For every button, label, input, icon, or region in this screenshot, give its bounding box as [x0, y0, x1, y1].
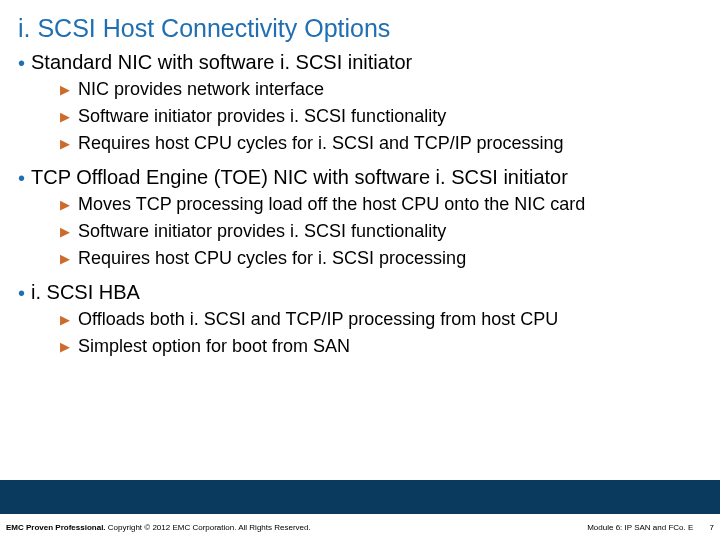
bullet-dot-icon: • — [18, 166, 25, 190]
footer-rest: Copyright © 2012 EMC Corporation. All Ri… — [106, 523, 311, 532]
arrow-icon: ▶ — [60, 78, 70, 102]
arrow-icon: ▶ — [60, 247, 70, 271]
sub-item: ▶ Software initiator provides i. SCSI fu… — [60, 219, 702, 244]
footer-copyright: EMC Proven Professional. Copyright © 201… — [6, 523, 311, 532]
page-number: 7 — [710, 523, 714, 532]
bullet-dot-icon: • — [18, 281, 25, 305]
sub-item: ▶ Software initiator provides i. SCSI fu… — [60, 104, 702, 129]
sub-item: ▶ Requires host CPU cycles for i. SCSI a… — [60, 131, 702, 156]
bullet-text: Standard NIC with software i. SCSI initi… — [31, 49, 412, 75]
arrow-icon: ▶ — [60, 105, 70, 129]
footer-band — [0, 480, 720, 514]
bullet-item: • TCP Offload Engine (TOE) NIC with soft… — [18, 164, 702, 190]
sub-text: Software initiator provides i. SCSI func… — [78, 219, 446, 243]
sub-item: ▶ Requires host CPU cycles for i. SCSI p… — [60, 246, 702, 271]
arrow-icon: ▶ — [60, 308, 70, 332]
sub-text: Software initiator provides i. SCSI func… — [78, 104, 446, 128]
sub-text: Requires host CPU cycles for i. SCSI pro… — [78, 246, 466, 270]
bullet-text: i. SCSI HBA — [31, 279, 140, 305]
sub-text: Requires host CPU cycles for i. SCSI and… — [78, 131, 564, 155]
arrow-icon: ▶ — [60, 335, 70, 359]
slide-title: i. SCSI Host Connectivity Options — [0, 0, 720, 49]
slide-content: • Standard NIC with software i. SCSI ini… — [0, 49, 720, 540]
sub-list: ▶ NIC provides network interface ▶ Softw… — [60, 77, 702, 156]
sub-list: ▶ Moves TCP processing load off the host… — [60, 192, 702, 271]
sub-item: ▶ Moves TCP processing load off the host… — [60, 192, 702, 217]
sub-text: Simplest option for boot from SAN — [78, 334, 350, 358]
bullet-text: TCP Offload Engine (TOE) NIC with softwa… — [31, 164, 568, 190]
bullet-dot-icon: • — [18, 51, 25, 75]
sub-list: ▶ Offloads both i. SCSI and TCP/IP proce… — [60, 307, 702, 359]
sub-item: ▶ Simplest option for boot from SAN — [60, 334, 702, 359]
footer-right: Module 6: IP SAN and FCo. E 7 — [587, 523, 714, 532]
footer-brand: EMC Proven Professional. — [6, 523, 106, 532]
arrow-icon: ▶ — [60, 132, 70, 156]
sub-text: Offloads both i. SCSI and TCP/IP process… — [78, 307, 558, 331]
sub-text: NIC provides network interface — [78, 77, 324, 101]
bullet-item: • i. SCSI HBA — [18, 279, 702, 305]
sub-text: Moves TCP processing load off the host C… — [78, 192, 585, 216]
sub-item: ▶ NIC provides network interface — [60, 77, 702, 102]
bullet-item: • Standard NIC with software i. SCSI ini… — [18, 49, 702, 75]
sub-item: ▶ Offloads both i. SCSI and TCP/IP proce… — [60, 307, 702, 332]
footer-module: Module 6: IP SAN and FCo. E — [587, 523, 693, 532]
arrow-icon: ▶ — [60, 193, 70, 217]
arrow-icon: ▶ — [60, 220, 70, 244]
